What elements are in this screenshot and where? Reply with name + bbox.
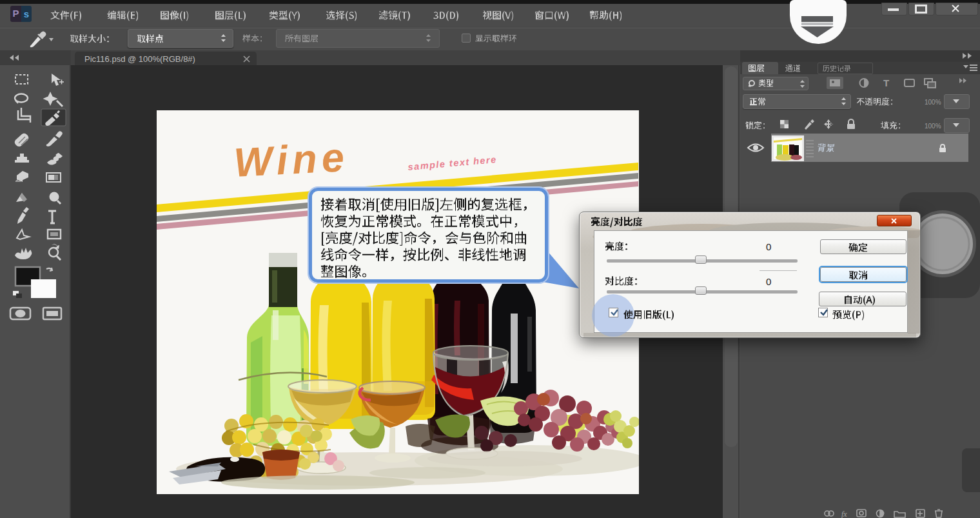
svg-text:fx: fx [841, 510, 847, 518]
svg-text:Wine: Wine [233, 134, 349, 185]
svg-text:T: T [883, 77, 889, 88]
